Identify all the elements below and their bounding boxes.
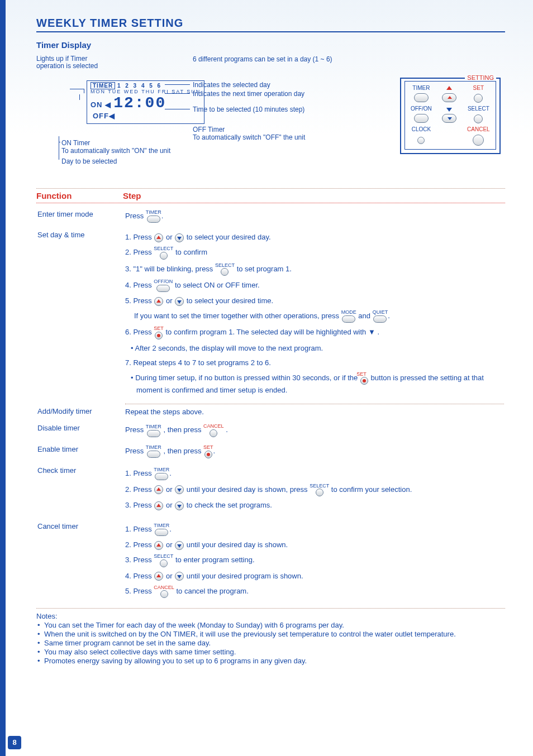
- lcd-panel: TIMER 1 2 3 4 5 6 MON TUE WED THU FRI SA…: [87, 80, 204, 124]
- addmod-step: Repeat the steps above.: [125, 404, 504, 419]
- panel-btn-clock[interactable]: [417, 137, 425, 144]
- header-function: Function: [36, 191, 123, 200]
- s6a: 6. Press: [125, 328, 152, 337]
- s1b: or: [166, 233, 173, 241]
- panel-btn-timer[interactable]: [414, 93, 429, 102]
- notes-section: Notes: You can set the Timer for each da…: [36, 612, 505, 665]
- on-timer-title: ON Timer: [61, 139, 90, 147]
- setting-panel-title: SETTING: [465, 74, 496, 81]
- btn-quiet-inline: QUIET: [373, 310, 388, 323]
- can1: 1. Press: [125, 525, 152, 533]
- down-icon4: [175, 501, 184, 510]
- can3b: to enter program setting.: [175, 556, 255, 564]
- btn-select-inline3: SELECT: [310, 484, 329, 497]
- row-check-label: Check timer: [37, 463, 124, 518]
- dis-a: Press: [125, 426, 144, 434]
- can3a: 3. Press: [125, 556, 152, 564]
- can2c: until your desired day is shown.: [187, 540, 288, 549]
- panel-label-set: SET: [461, 84, 496, 92]
- panel-label-clock: CLOCK: [405, 125, 437, 133]
- panel-label-cancel: CANCEL: [461, 125, 496, 133]
- up-icon5: [154, 541, 163, 550]
- up-icon4: [154, 501, 163, 510]
- down-icon2: [175, 297, 184, 306]
- btn-select-inline: SELECT: [154, 246, 173, 260]
- down-icon6: [175, 572, 184, 581]
- panel-btn-set[interactable]: [474, 94, 483, 103]
- s2b: to confirm: [175, 248, 207, 256]
- s5a: 5. Press: [125, 296, 152, 305]
- up-icon6: [154, 572, 163, 581]
- can4a: 4. Press: [125, 572, 152, 580]
- down-icon: [175, 233, 184, 242]
- header-step: Step: [123, 191, 505, 200]
- btn-timer-inline4: TIMER: [154, 467, 169, 480]
- callout-off-timer: OFF Timer To automatically switch "OFF" …: [193, 126, 305, 141]
- s4b: to select ON or OFF timer.: [175, 281, 260, 289]
- s5d: If you want to set the timer together wi…: [134, 312, 339, 320]
- btn-select-inline2: SELECT: [215, 263, 235, 276]
- panel-label-timer: TIMER: [405, 84, 437, 92]
- setting-panel: SETTING TIMER SET OFF/ON SELECT: [400, 78, 501, 154]
- btn-timer-inline: TIMER: [146, 210, 161, 223]
- can2b: or: [166, 540, 173, 549]
- dis-b: , then press: [163, 426, 201, 434]
- chk2a: 2. Press: [125, 485, 152, 494]
- btn-timer-inline5: TIMER: [154, 523, 169, 536]
- btn-select-inline4: SELECT: [154, 554, 173, 567]
- table-header: Function Step: [36, 189, 505, 203]
- row-cancel-label: Cancel timer: [37, 519, 124, 605]
- side-stripe: [0, 0, 6, 756]
- row-enable-label: Enable timer: [37, 442, 124, 462]
- panel-label-offon: OFF/ON: [405, 104, 437, 113]
- btn-timer-inline3: TIMER: [146, 445, 161, 458]
- chk2c: until your desired day is shown, press: [187, 485, 308, 494]
- panel-btn-select[interactable]: [474, 114, 483, 123]
- row-disable-label: Disable timer: [37, 420, 124, 441]
- note-1: You can set the Timer for each day of th…: [36, 621, 505, 629]
- can4b: or: [166, 572, 173, 580]
- btn-set-inline2: SET: [360, 372, 369, 385]
- panel-btn-down[interactable]: [442, 114, 456, 123]
- chk2d: to confirm your selection.: [331, 485, 412, 494]
- btn-set-inline: SET: [154, 326, 164, 339]
- up-icon: [154, 233, 163, 242]
- chk3c: to check the set programs.: [187, 501, 272, 509]
- row-setday-label: Set day & time: [37, 227, 124, 403]
- page-number: 8: [8, 736, 21, 749]
- btn-mode-inline: MODE: [341, 310, 356, 323]
- chk3b: or: [166, 501, 173, 509]
- timer-display-subheading: Timer Display: [36, 40, 505, 50]
- note-4: You may also select collective days with…: [36, 648, 505, 656]
- s3a: 3. "1" will be blinking, press: [125, 265, 213, 273]
- chk3a: 3. Press: [125, 501, 152, 509]
- panel-btn-offon[interactable]: [414, 114, 429, 123]
- lcd-program-numbers: 1 2 3 4 5 6: [117, 83, 162, 89]
- notes-title: Notes:: [36, 612, 505, 620]
- s5b: or: [166, 296, 173, 305]
- s7b: • During timer setup, if no button is pr…: [131, 374, 358, 382]
- panel-btn-up[interactable]: [442, 93, 456, 102]
- can2a: 2. Press: [125, 540, 152, 549]
- s2a: 2. Press: [125, 248, 152, 256]
- down-icon3: [175, 485, 184, 494]
- up-icon3: [154, 485, 163, 494]
- btn-offon-inline: OFF/ON: [154, 279, 173, 292]
- can5b: to cancel the program.: [176, 587, 248, 595]
- s4a: 4. Press: [125, 281, 152, 289]
- callout-indicates-next: Indicates the next timer operation day: [193, 90, 304, 98]
- lcd-time: 12:00: [113, 94, 166, 112]
- btn-timer-inline2: TIMER: [146, 424, 161, 437]
- callout-lights-up: Lights up if Timer operation is selected: [36, 55, 115, 70]
- s1c: to select your desired day.: [187, 233, 271, 241]
- can5a: 5. Press: [125, 587, 152, 595]
- btn-cancel-inline: CANCEL: [203, 424, 224, 437]
- callout-on-timer: ON Timer To automatically switch "ON" th…: [61, 139, 170, 155]
- row-addmod-label: Add/Modify timer: [37, 404, 124, 419]
- panel-btn-cancel[interactable]: [473, 135, 484, 146]
- s3b: to set program 1.: [237, 265, 292, 273]
- s6c: • After 2 seconds, the display will move…: [136, 343, 504, 354]
- callout-six-programs: 6 different programs can be set in a day…: [193, 55, 332, 63]
- s7a: 7. Repeat steps 4 to 7 to set programs 2…: [125, 357, 504, 369]
- row-enter-label: Enter timer mode: [37, 207, 124, 226]
